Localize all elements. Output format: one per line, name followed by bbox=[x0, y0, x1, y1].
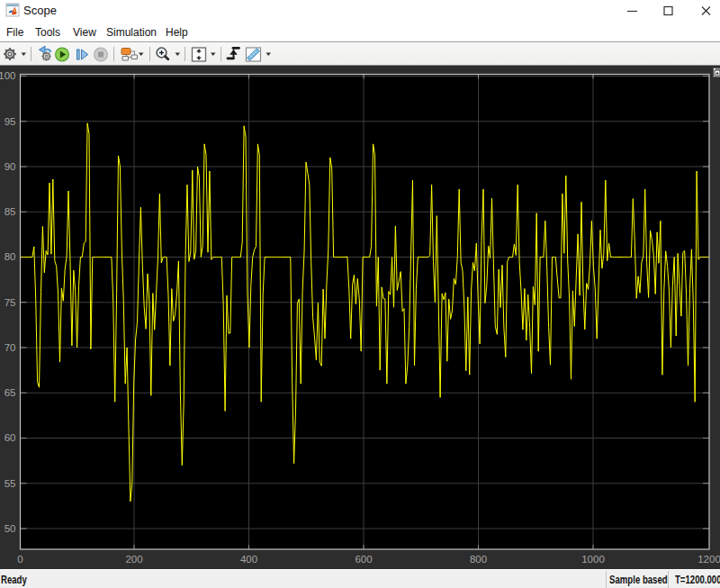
svg-text:50: 50 bbox=[4, 523, 16, 534]
svg-text:90: 90 bbox=[4, 161, 16, 172]
svg-text:70: 70 bbox=[4, 342, 16, 353]
svg-text:200: 200 bbox=[125, 554, 142, 565]
svg-text:1200: 1200 bbox=[698, 554, 720, 565]
svg-text:800: 800 bbox=[470, 554, 487, 565]
svg-text:75: 75 bbox=[4, 297, 16, 308]
svg-text:60: 60 bbox=[4, 432, 16, 443]
svg-text:1000: 1000 bbox=[581, 554, 605, 565]
svg-text:0: 0 bbox=[17, 554, 22, 565]
svg-text:80: 80 bbox=[4, 251, 16, 262]
svg-text:400: 400 bbox=[240, 554, 257, 565]
svg-text:55: 55 bbox=[4, 478, 16, 489]
svg-text:65: 65 bbox=[4, 387, 16, 398]
svg-text:95: 95 bbox=[4, 116, 16, 127]
svg-text:600: 600 bbox=[355, 554, 372, 565]
svg-text:100: 100 bbox=[0, 70, 16, 81]
svg-text:85: 85 bbox=[4, 206, 16, 217]
